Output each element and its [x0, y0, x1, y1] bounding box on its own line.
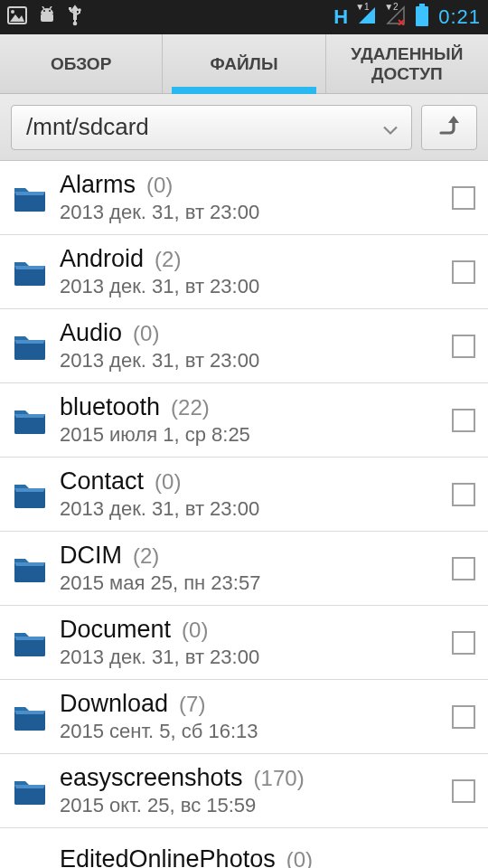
item-count: (170): [254, 766, 305, 791]
checkbox[interactable]: [452, 186, 475, 210]
item-date: 2015 сент. 5, сб 16:13: [60, 720, 452, 743]
item-info: EditedOnlinePhotos(0): [52, 840, 477, 868]
tab-label: ОБЗОР: [51, 54, 111, 74]
signal-sim1-icon: ▼1: [357, 5, 377, 29]
item-date: 2015 окт. 25, вс 15:59: [60, 794, 452, 817]
svg-point-10: [78, 8, 81, 12]
list-item[interactable]: Document(0) 2013 дек. 31, вт 23:00: [0, 606, 488, 680]
item-name: easyscreenshots: [60, 764, 243, 792]
folder-icon: [7, 405, 52, 436]
item-name: Contact: [60, 467, 144, 495]
item-count: (7): [179, 692, 205, 717]
item-name: Audio: [60, 319, 122, 347]
android-icon: [36, 6, 58, 28]
svg-point-5: [49, 10, 51, 12]
item-info: Document(0) 2013 дек. 31, вт 23:00: [52, 616, 452, 669]
list-item[interactable]: Audio(0) 2013 дек. 31, вт 23:00: [0, 309, 488, 383]
item-date: 2015 мая 25, пн 23:57: [60, 571, 452, 595]
item-date: 2013 дек. 31, вт 23:00: [60, 349, 452, 373]
item-name: Android: [60, 245, 144, 273]
item-name: Document: [60, 616, 171, 644]
item-info: Download(7) 2015 сент. 5, сб 16:13: [52, 690, 452, 743]
folder-icon: [7, 257, 52, 288]
checkbox[interactable]: [452, 779, 475, 803]
item-count: (0): [133, 321, 159, 346]
item-count: (0): [182, 618, 208, 643]
item-info: bluetooth(22) 2015 июля 1, ср 8:25: [52, 393, 452, 447]
item-count: (0): [286, 847, 313, 869]
status-bar: H ▼1 ▼2 0:21: [0, 0, 488, 34]
current-path: /mnt/sdcard: [26, 113, 149, 141]
signal-sim2-icon: ▼2: [386, 5, 406, 29]
checkbox[interactable]: [452, 705, 475, 729]
status-left: [7, 5, 83, 30]
checkbox[interactable]: [452, 483, 475, 506]
svg-line-7: [50, 6, 52, 9]
list-item[interactable]: bluetooth(22) 2015 июля 1, ср 8:25: [0, 383, 488, 458]
item-count: (2): [155, 247, 181, 272]
tab-label: УДАЛЕННЫЙ ДОСТУП: [330, 44, 484, 84]
folder-icon: [7, 627, 52, 658]
item-info: easyscreenshots(170) 2015 окт. 25, вс 15…: [52, 764, 452, 817]
item-name: DCIM: [60, 542, 122, 570]
list-item[interactable]: Contact(0) 2013 дек. 31, вт 23:00: [0, 458, 488, 532]
list-item[interactable]: Download(7) 2015 сент. 5, сб 16:13: [0, 680, 488, 754]
file-list[interactable]: Alarms(0) 2013 дек. 31, вт 23:00 Android…: [0, 161, 488, 868]
network-type: H: [333, 5, 348, 29]
svg-point-4: [43, 10, 45, 12]
list-item[interactable]: DCIM(2) 2015 мая 25, пн 23:57: [0, 532, 488, 606]
svg-line-6: [42, 6, 44, 9]
clock: 0:21: [438, 5, 481, 29]
svg-rect-3: [41, 14, 53, 22]
item-name: Download: [60, 690, 168, 718]
svg-marker-1: [10, 14, 24, 22]
item-date: 2013 дек. 31, вт 23:00: [60, 497, 452, 521]
item-info: Audio(0) 2013 дек. 31, вт 23:00: [52, 319, 452, 373]
list-item[interactable]: easyscreenshots(170) 2015 окт. 25, вс 15…: [0, 754, 488, 828]
checkbox[interactable]: [452, 557, 475, 580]
svg-point-2: [11, 10, 14, 14]
item-name: EditedOnlinePhotos: [60, 845, 276, 869]
item-info: Contact(0) 2013 дек. 31, вт 23:00: [52, 467, 452, 521]
tab-overview[interactable]: ОБЗОР: [0, 34, 163, 93]
folder-icon: [7, 479, 52, 510]
item-info: Android(2) 2013 дек. 31, вт 23:00: [52, 245, 452, 298]
item-date: 2013 дек. 31, вт 23:00: [60, 201, 452, 224]
item-info: Alarms(0) 2013 дек. 31, вт 23:00: [52, 171, 452, 224]
list-item[interactable]: EditedOnlinePhotos(0): [0, 828, 488, 868]
folder-icon: [7, 776, 52, 807]
arrow-up-icon: [436, 113, 463, 142]
checkbox[interactable]: [452, 409, 475, 432]
tab-bar: ОБЗОР ФАЙЛЫ УДАЛЕННЫЙ ДОСТУП: [0, 34, 488, 94]
item-name: bluetooth: [60, 393, 160, 421]
checkbox[interactable]: [452, 335, 475, 358]
tab-label: ФАЙЛЫ: [210, 54, 277, 74]
go-up-button[interactable]: [421, 105, 477, 150]
item-date: 2013 дек. 31, вт 23:00: [60, 275, 452, 298]
item-count: (22): [171, 395, 210, 420]
list-item[interactable]: Alarms(0) 2013 дек. 31, вт 23:00: [0, 161, 488, 235]
tab-files[interactable]: ФАЙЛЫ: [163, 34, 325, 93]
usb-icon: [67, 5, 83, 30]
item-count: (0): [155, 469, 181, 495]
svg-marker-17: [448, 116, 459, 123]
folder-icon: [7, 183, 52, 213]
checkbox[interactable]: [452, 631, 475, 655]
folder-icon: [7, 331, 52, 362]
checkbox[interactable]: [452, 260, 475, 284]
svg-rect-9: [69, 7, 71, 10]
picture-icon: [7, 6, 27, 28]
list-item[interactable]: Android(2) 2013 дек. 31, вт 23:00: [0, 235, 488, 309]
path-dropdown[interactable]: /mnt/sdcard: [11, 105, 412, 150]
folder-icon: [7, 553, 52, 584]
tab-remote[interactable]: УДАЛЕННЫЙ ДОСТУП: [326, 34, 488, 93]
item-count: (0): [146, 173, 173, 198]
svg-rect-16: [416, 6, 428, 26]
path-bar: /mnt/sdcard: [0, 94, 488, 161]
chevron-down-icon: [382, 113, 399, 141]
status-right: H ▼1 ▼2 0:21: [333, 4, 481, 31]
folder-icon: [7, 702, 52, 732]
svg-rect-15: [419, 4, 425, 6]
item-info: DCIM(2) 2015 мая 25, пн 23:57: [52, 542, 452, 595]
svg-point-8: [73, 22, 78, 26]
